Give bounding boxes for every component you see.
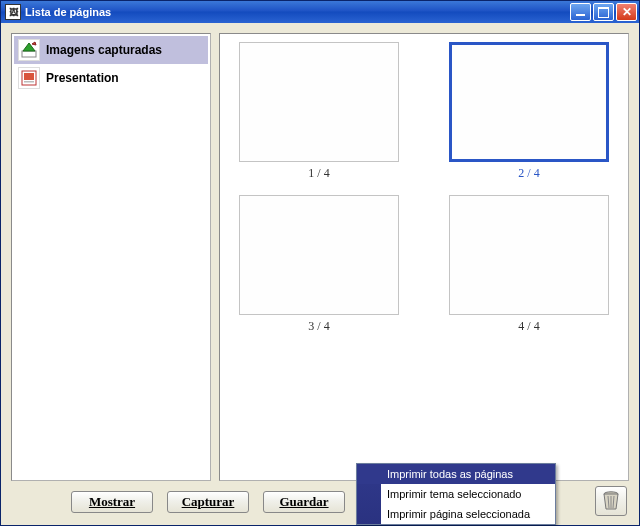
minimize-button[interactable] xyxy=(570,3,591,21)
capture-button[interactable]: Capturar xyxy=(167,491,249,513)
captured-images-icon xyxy=(18,39,40,61)
app-icon: 🖼 xyxy=(5,4,21,20)
thumbnail-1[interactable] xyxy=(239,42,399,162)
client-area: Imagens capturadas Presentation xyxy=(1,23,639,525)
presentation-icon xyxy=(18,67,40,89)
thumbnail-3[interactable] xyxy=(239,195,399,315)
thumbnail-2[interactable] xyxy=(449,42,609,162)
thumbnail-cell: 1 / 4 xyxy=(239,42,399,181)
menu-item-label: Imprimir todas as páginas xyxy=(387,468,513,480)
sidebar-item-label: Presentation xyxy=(46,71,119,85)
thumbnail-cell: 4 / 4 xyxy=(449,195,609,334)
window-title: Lista de páginas xyxy=(25,6,568,18)
thumbnail-caption: 2 / 4 xyxy=(518,166,539,181)
thumbnail-grid: 1 / 4 2 / 4 3 / 4 4 / 4 xyxy=(226,42,622,334)
delete-button[interactable] xyxy=(595,486,627,516)
sidebar-item-presentation[interactable]: Presentation xyxy=(14,64,208,92)
menu-print-selected-theme[interactable]: Imprimir tema seleccionado xyxy=(357,484,555,504)
svg-rect-3 xyxy=(24,81,34,83)
sidebar-item-label: Imagens capturadas xyxy=(46,43,162,57)
trash-icon xyxy=(601,489,621,513)
thumbnail-caption: 1 / 4 xyxy=(308,166,329,181)
svg-rect-2 xyxy=(24,73,34,80)
menu-item-label: Imprimir página seleccionada xyxy=(387,508,530,520)
save-button[interactable]: Guardar xyxy=(263,491,345,513)
thumbnail-cell: 2 / 4 xyxy=(449,42,609,181)
panels: Imagens capturadas Presentation xyxy=(11,33,629,481)
thumbnail-caption: 3 / 4 xyxy=(308,319,329,334)
show-button[interactable]: Mostrar xyxy=(71,491,153,513)
thumbnail-4[interactable] xyxy=(449,195,609,315)
menu-print-all-pages[interactable]: Imprimir todas as páginas xyxy=(357,464,555,484)
close-button[interactable]: ✕ xyxy=(616,3,637,21)
menu-print-selected-page[interactable]: Imprimir página seleccionada xyxy=(357,504,555,524)
sidebar-item-captured-images[interactable]: Imagens capturadas xyxy=(14,36,208,64)
titlebar: 🖼 Lista de páginas ✕ xyxy=(1,1,639,23)
svg-rect-0 xyxy=(22,51,36,57)
sidebar: Imagens capturadas Presentation xyxy=(11,33,211,481)
thumbnail-caption: 4 / 4 xyxy=(518,319,539,334)
menu-item-label: Imprimir tema seleccionado xyxy=(387,488,522,500)
print-dropdown: Imprimir todas as páginas Imprimir tema … xyxy=(356,463,556,525)
thumbnail-cell: 3 / 4 xyxy=(239,195,399,334)
maximize-button[interactable] xyxy=(593,3,614,21)
window: 🖼 Lista de páginas ✕ Imagens capturadas xyxy=(0,0,640,526)
thumbnail-panel: 1 / 4 2 / 4 3 / 4 4 / 4 xyxy=(219,33,629,481)
